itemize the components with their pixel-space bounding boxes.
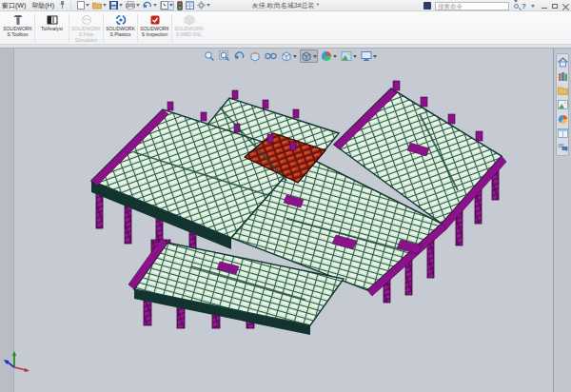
mbd-icon [184, 14, 195, 26]
task-pane [553, 49, 571, 392]
menu-help[interactable]: 帮助(H) [31, 1, 54, 10]
design-library-tab[interactable] [557, 70, 569, 82]
chat-bubbles-icon [558, 143, 568, 152]
previous-view-button[interactable] [233, 49, 246, 63]
edit-appearance-button[interactable] [320, 49, 338, 63]
search-scope-icon[interactable] [423, 2, 431, 10]
ribbon-flow-simulation: SOLIDWORKS Flow Simulation [70, 13, 102, 43]
ribbon-separator [103, 14, 104, 43]
orientation-triad [2, 349, 32, 378]
file-properties-button[interactable] [186, 1, 194, 10]
ribbon-toolbar: SOLIDWORKS Toolbox TolAnalyst SOLIDWORKS… [0, 11, 571, 45]
ribbon-separator [137, 14, 138, 43]
view-palette-tab[interactable] [557, 99, 569, 110]
menu-pin-icon[interactable] [59, 1, 66, 10]
ribbon-separator [34, 14, 35, 43]
window-title: 友佳.欧尚名城3#总装 * [252, 0, 319, 11]
save-button[interactable] [109, 1, 123, 10]
folder-icon [558, 86, 568, 95]
open-document-button[interactable] [92, 1, 107, 10]
picture-icon [558, 100, 568, 109]
rebuild-button[interactable] [177, 1, 183, 10]
menu-bar: 窗口(W) 帮助(H) [0, 1, 54, 10]
solidworks-forum-tab[interactable] [557, 142, 569, 153]
appearance-sphere-icon [558, 114, 568, 125]
options-button[interactable] [197, 1, 210, 10]
section-view-button[interactable] [248, 49, 262, 63]
view-settings-button[interactable] [360, 49, 378, 63]
graphics-area[interactable] [13, 49, 553, 392]
custom-properties-tab[interactable] [557, 127, 569, 139]
solidworks-resources-tab[interactable] [557, 56, 569, 68]
help-caret-icon[interactable] [531, 5, 535, 8]
appearances-scenes-tab[interactable] [557, 113, 569, 125]
search-input[interactable] [435, 2, 509, 10]
close-button[interactable] [562, 3, 569, 10]
zoom-to-fit-button[interactable] [203, 49, 216, 63]
ribbon-tolanalyst[interactable]: TolAnalyst [36, 13, 68, 32]
ribbon-solidworks-plastics[interactable]: SOLIDWORKS Plastics [105, 13, 136, 38]
books-icon [558, 71, 568, 82]
ribbon-mbd-snl: SOLIDWORKS MBD SNL [173, 13, 205, 38]
file-explorer-tab[interactable] [557, 85, 569, 96]
search-magnifier-icon[interactable] [513, 3, 518, 10]
restore-button[interactable] [552, 4, 558, 9]
heads-up-view-toolbar [203, 49, 378, 63]
tolanalyst-icon [47, 14, 58, 26]
menu-window[interactable]: 窗口(W) [2, 1, 26, 10]
undo-button[interactable] [143, 1, 157, 10]
zoom-to-area-button[interactable] [218, 49, 231, 63]
ribbon-separator [69, 14, 69, 43]
view-orientation-button[interactable] [280, 49, 298, 63]
flow-simulation-icon [81, 14, 92, 26]
title-bar: 窗口(W) 帮助(H) 友佳.欧尚名城3# [0, 0, 571, 11]
properties-window-icon [558, 128, 568, 138]
new-document-button[interactable] [77, 1, 89, 10]
ribbon-solidworks-inspection[interactable]: SOLIDWORKS Inspection [139, 13, 170, 38]
help-button[interactable]: ? [522, 2, 526, 10]
apply-scene-button[interactable] [340, 49, 358, 63]
minimize-button[interactable] [541, 8, 547, 9]
plastics-icon [115, 14, 127, 26]
ribbon-solidworks-toolbox[interactable]: SOLIDWORKS Toolbox [2, 13, 33, 38]
quick-access-toolbar [70, 1, 210, 10]
home-icon [558, 57, 568, 68]
inspection-icon [149, 14, 161, 26]
select-button[interactable] [160, 1, 174, 10]
print-button[interactable] [126, 1, 140, 10]
display-style-button[interactable] [300, 49, 318, 63]
ribbon-separator [171, 14, 172, 43]
formwork-3d-model[interactable] [14, 49, 553, 392]
bolt-icon [12, 14, 24, 26]
hide-show-items-button[interactable] [264, 49, 278, 63]
